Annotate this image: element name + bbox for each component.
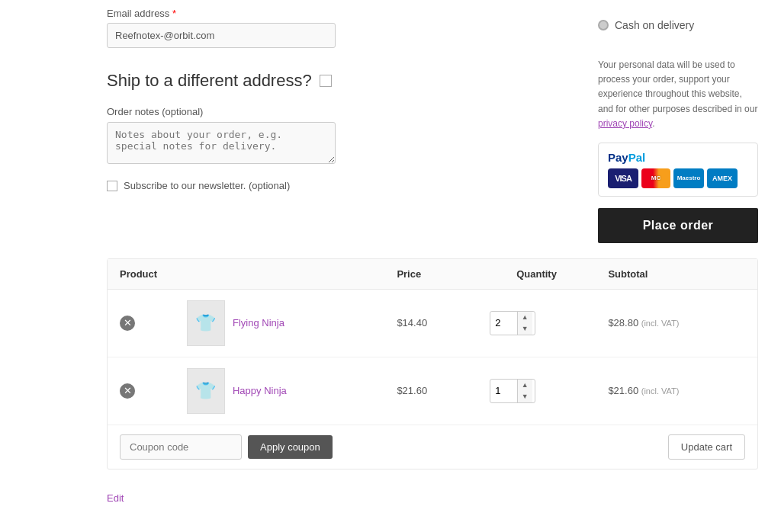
table-row: ✕ 👕 Happy Ninja $21.60 ▲ ▼ $21.60 (incl.… <box>108 357 757 425</box>
cash-on-delivery-radio[interactable] <box>598 20 609 30</box>
update-cart-button[interactable]: Update cart <box>668 434 745 460</box>
product-cell: 👕 Happy Ninja <box>175 357 384 425</box>
remove-cell: ✕ <box>108 357 175 425</box>
ship-different-checkbox[interactable] <box>320 75 332 87</box>
ship-different-heading: Ship to a different address? <box>107 71 560 91</box>
vat-note: (incl. VAT) <box>641 386 680 396</box>
price-cell: $21.60 <box>384 357 477 425</box>
quantity-cell: ▲ ▼ <box>477 357 596 425</box>
cash-on-delivery-label: Cash on delivery <box>615 19 694 31</box>
price-cell: $14.40 <box>384 289 477 357</box>
product-thumbnail: 👕 <box>187 300 225 346</box>
qty-down-button[interactable]: ▼ <box>518 391 532 402</box>
product-name-link[interactable]: Happy Ninja <box>233 385 287 396</box>
quantity-input[interactable] <box>490 381 517 400</box>
price-col-header: Price <box>384 259 477 290</box>
place-order-button[interactable]: Place order <box>598 208 758 243</box>
subtotal-col-header: Subtotal <box>596 259 757 290</box>
newsletter-checkbox[interactable] <box>107 181 117 191</box>
product-name-link[interactable]: Flying Ninja <box>233 317 284 328</box>
quantity-col-header: Quantity <box>477 259 596 290</box>
apply-coupon-button[interactable]: Apply coupon <box>248 435 333 459</box>
remove-item-button[interactable]: ✕ <box>120 383 135 399</box>
subtotal-cell: $28.80 (incl. VAT) <box>596 289 757 357</box>
table-row: ✕ 👕 Flying Ninja $14.40 ▲ ▼ $28.80 (incl… <box>108 289 757 357</box>
qty-down-button[interactable]: ▼ <box>518 323 532 335</box>
amex-logo: AMEX <box>707 168 738 188</box>
vat-note: (incl. VAT) <box>641 319 680 328</box>
coupon-row: Apply coupon Update cart <box>108 425 757 469</box>
coupon-input[interactable] <box>120 434 242 460</box>
product-cell: 👕 Flying Ninja <box>175 289 384 357</box>
paypal-logo: PayPal <box>608 151 645 164</box>
product-thumbnail: 👕 <box>187 368 225 414</box>
order-notes-label: Order notes (optional) <box>107 106 560 117</box>
email-input[interactable] <box>107 23 336 48</box>
email-label: Email address * <box>107 8 560 19</box>
visa-logo: VISA <box>608 168 638 188</box>
cart-section: Product Price Quantity Subtotal ✕ 👕 Flyi… <box>107 258 758 470</box>
subtotal-cell: $21.60 (incl. VAT) <box>596 357 757 425</box>
qty-up-button[interactable]: ▲ <box>518 380 532 391</box>
edit-link[interactable]: Edit <box>107 492 124 504</box>
newsletter-label: Subscribe to our newsletter. (optional) <box>124 180 290 191</box>
order-notes-textarea[interactable] <box>107 122 336 164</box>
cart-table: Product Price Quantity Subtotal ✕ 👕 Flyi… <box>108 259 757 425</box>
product-col-header: Product <box>108 259 384 290</box>
privacy-notice: Your personal data will be used to proce… <box>598 58 758 131</box>
remove-item-button[interactable]: ✕ <box>120 316 135 331</box>
privacy-policy-link[interactable]: privacy policy <box>598 118 652 129</box>
qty-up-button[interactable]: ▲ <box>518 312 532 323</box>
quantity-cell: ▲ ▼ <box>477 289 596 357</box>
maestro-logo: Maestro <box>673 168 704 188</box>
mastercard-logo: MC <box>641 168 670 188</box>
remove-cell: ✕ <box>108 289 175 357</box>
payment-logos: PayPal VISA MC Maestro AMEX <box>598 143 758 197</box>
cash-on-delivery-option[interactable]: Cash on delivery <box>598 8 758 43</box>
required-indicator: * <box>172 8 176 19</box>
quantity-input[interactable] <box>490 313 517 332</box>
